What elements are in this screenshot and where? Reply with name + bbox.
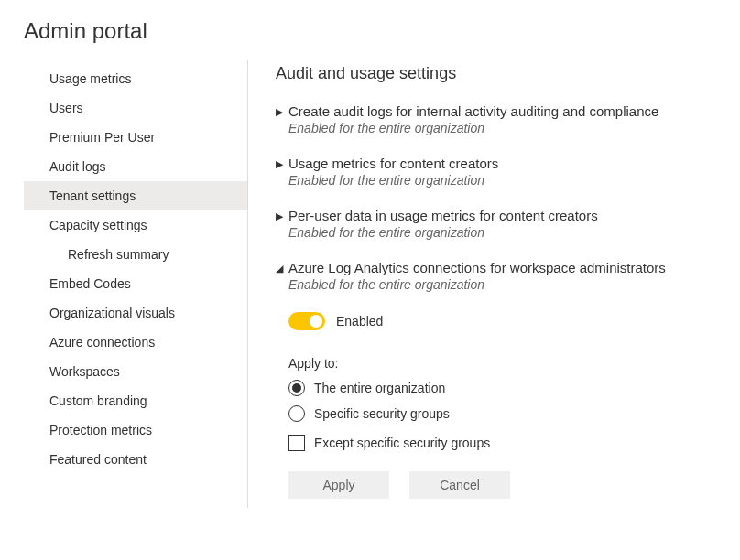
radio-specific-groups[interactable] [288,405,305,422]
nav-featured-content[interactable]: Featured content [24,445,247,474]
radio-entire-org[interactable] [288,380,305,396]
setting-row: ◢ Azure Log Analytics connections for wo… [276,260,707,292]
nav-audit-logs[interactable]: Audit logs [24,152,247,181]
cancel-button[interactable]: Cancel [409,471,510,499]
toggle-label: Enabled [336,314,383,328]
setting-title: Per-user data in usage metrics for conte… [288,208,707,223]
setting-status: Enabled for the entire organization [288,277,707,292]
setting-row: ▶ Per-user data in usage metrics for con… [276,208,707,240]
nav-tenant-settings[interactable]: Tenant settings [24,181,247,210]
expanded-panel: Enabled Apply to: The entire organizatio… [276,312,707,499]
nav-workspaces[interactable]: Workspaces [24,357,247,386]
sidebar-nav: Usage metrics Users Premium Per User Aud… [24,60,248,508]
nav-organizational-visuals[interactable]: Organizational visuals [24,298,247,328]
apply-to-label: Apply to: [288,356,707,371]
setting-row: ▶ Create audit logs for internal activit… [276,103,707,135]
setting-status: Enabled for the entire organization [288,173,707,188]
caret-down-icon[interactable]: ◢ [276,260,288,292]
radio-label: The entire organization [314,381,445,395]
nav-usage-metrics[interactable]: Usage metrics [24,64,247,93]
page-title: Admin portal [24,18,716,44]
caret-right-icon[interactable]: ▶ [276,156,288,188]
caret-right-icon[interactable]: ▶ [276,208,288,240]
nav-embed-codes[interactable]: Embed Codes [24,269,247,298]
setting-status: Enabled for the entire organization [288,121,707,135]
setting-row: ▶ Usage metrics for content creators Ena… [276,156,707,188]
caret-right-icon[interactable]: ▶ [276,103,288,135]
except-groups-checkbox[interactable] [288,435,305,451]
nav-users[interactable]: Users [24,93,247,123]
setting-title: Usage metrics for content creators [288,156,707,171]
nav-refresh-summary[interactable]: Refresh summary [24,240,247,269]
nav-capacity-settings[interactable]: Capacity settings [24,210,247,240]
enabled-toggle[interactable] [288,312,325,330]
apply-button[interactable]: Apply [288,471,389,499]
setting-status: Enabled for the entire organization [288,225,707,240]
setting-title: Azure Log Analytics connections for work… [288,260,707,275]
nav-premium-per-user[interactable]: Premium Per User [24,123,247,152]
nav-azure-connections[interactable]: Azure connections [24,328,247,357]
radio-label: Specific security groups [314,406,450,421]
nav-custom-branding[interactable]: Custom branding [24,386,247,415]
section-title: Audit and usage settings [276,64,707,83]
nav-protection-metrics[interactable]: Protection metrics [24,415,247,445]
setting-title: Create audit logs for internal activity … [288,103,707,119]
checkbox-label: Except specific security groups [314,436,490,450]
